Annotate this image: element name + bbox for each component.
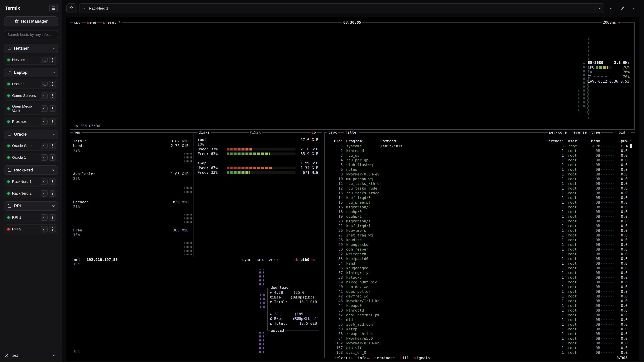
host-manager-button[interactable]: Host Manager — [4, 16, 58, 26]
col-user[interactable]: User: — [564, 139, 582, 143]
proc-row[interactable]: 167ata_sff1root0B0.0 — [327, 346, 632, 350]
proc-row[interactable]: 39blkcg_punt_bio1root0B0.0 — [327, 280, 632, 285]
proc-row[interactable]: 162kworker/0:1H-kbl1root0B0.0 — [327, 341, 632, 346]
group-header[interactable]: RPI — [4, 201, 58, 211]
proc-row[interactable]: 32writeback1root0B0.0 — [327, 252, 632, 256]
net-interface-selector[interactable]: ‹b eth0 n› — [293, 257, 317, 262]
group-header[interactable]: Oracle — [4, 130, 58, 139]
host-terminal-button[interactable]: >_ — [40, 214, 48, 221]
host-terminal-button[interactable]: >_ — [40, 154, 48, 161]
proc-row[interactable]: 19cpuhp/11root0B0.0 — [327, 214, 632, 219]
sort-selector[interactable]: ‹ pid › — [613, 130, 630, 135]
sort-next-button[interactable]: › — [628, 130, 630, 134]
host-menu-button[interactable] — [49, 143, 56, 149]
tab-close-button[interactable]: × — [598, 6, 601, 10]
menu-button[interactable]: menu — [86, 20, 97, 25]
host-menu-button[interactable] — [49, 190, 56, 197]
proc-row[interactable]: 5slub_flushwq1root0B0.0 — [327, 163, 632, 167]
sidebar-menu-button[interactable] — [49, 4, 58, 12]
proc-row[interactable]: 33kcompactd01root0B0.0 — [327, 256, 632, 261]
tools-button[interactable] — [618, 4, 627, 12]
proc-row[interactable]: 52acpi_thermal_pm1root0B0.0 — [327, 313, 632, 318]
proc-row[interactable]: 60kstrp1root0B0.0 — [327, 327, 632, 332]
proc-row[interactable]: 38kblockd1root0B0.0 — [327, 275, 632, 280]
host-menu-button[interactable] — [49, 154, 56, 161]
group-header[interactable]: Hetzner — [4, 43, 58, 53]
proc-row[interactable]: 20migration/11root0B0.0 — [327, 219, 632, 224]
proc-row[interactable]: 64kworker/u5:01root0B0.0 — [327, 336, 632, 341]
proc-row[interactable]: 11rcu_tasks_kthrea1root0B0.0 — [327, 181, 632, 186]
host-item[interactable]: Oracle 1 >_ — [4, 153, 58, 162]
host-terminal-button[interactable]: >_ — [40, 92, 48, 99]
filter-button[interactable]: filter — [344, 130, 360, 135]
group-collapse-button[interactable] — [52, 132, 56, 136]
home-button[interactable] — [66, 3, 76, 13]
iface-next-button[interactable]: n› — [312, 258, 316, 262]
host-item[interactable]: Oracle Sam >_ — [4, 141, 58, 151]
col-threads[interactable]: Threads: — [545, 139, 564, 143]
per-core-button[interactable]: per-core — [549, 130, 567, 134]
host-menu-button[interactable] — [49, 214, 56, 221]
proc-row[interactable]: 8kworker/0:0H-eve1root0B0.0 — [327, 172, 632, 177]
proc-row[interactable]: 168scsi_eh_01root0B0.0 — [327, 350, 632, 355]
host-menu-button[interactable] — [49, 105, 56, 112]
col-command[interactable]: Command: — [380, 139, 545, 143]
update-interval[interactable]: 2000ms + — [602, 20, 622, 25]
preset-button[interactable]: preset * — [102, 20, 122, 25]
proc-row[interactable]: 43kworker/1:1H-kbl1root0B0.0 — [327, 299, 632, 303]
proc-row[interactable]: 26kdevtmpfs1root0B0.0 — [327, 228, 632, 233]
proc-row[interactable]: 15rcu_preempt1root0B0.0 — [327, 200, 632, 205]
user-menu[interactable]: test — [4, 353, 48, 358]
host-item[interactable]: RPI 2 >_ — [4, 224, 58, 234]
proc-row[interactable]: 27inet_frag_wq1root0B0.0 — [327, 233, 632, 238]
signals-hint[interactable]: signals — [414, 356, 430, 360]
proc-row[interactable]: 3rcu_gp1root0B0.0 — [327, 153, 632, 158]
host-item[interactable]: Open Media Vault >_ — [4, 103, 58, 115]
host-menu-button[interactable] — [49, 178, 56, 185]
proc-row[interactable]: 1systemd/sbin/init1root9.2M0.4 — [327, 144, 632, 148]
reverse-button[interactable]: reverse — [571, 130, 587, 134]
proc-row[interactable]: 14ksoftirqd/01root0B0.0 — [327, 195, 632, 200]
proc-row[interactable]: 63zswap-shrink1root0B0.0 — [327, 332, 632, 336]
proc-row[interactable]: 36khugepaged1root0B0.0 — [327, 266, 632, 271]
host-terminal-button[interactable]: >_ — [40, 143, 48, 149]
host-item[interactable]: RPI 1 >_ — [4, 213, 58, 222]
collapse-button[interactable] — [630, 4, 638, 12]
host-terminal-button[interactable]: >_ — [40, 226, 48, 232]
group-collapse-button[interactable] — [52, 46, 56, 50]
col-pid[interactable]: Pid: — [327, 139, 343, 143]
col-memb[interactable]: MemB — [582, 139, 600, 143]
proc-row[interactable]: 30oom_reaper1root0B0.0 — [327, 247, 632, 252]
terminate-hint[interactable]: terminate — [374, 356, 394, 360]
host-item[interactable]: Proxmox >_ — [4, 117, 58, 126]
host-terminal-button[interactable]: >_ — [40, 105, 48, 112]
proc-row[interactable]: 29khungtaskd1root0B0.0 — [327, 242, 632, 247]
group-collapse-button[interactable] — [52, 70, 56, 74]
host-terminal-button[interactable]: >_ — [40, 190, 48, 197]
proc-row[interactable]: 54mld1root0B0.0 — [327, 318, 632, 322]
group-collapse-button[interactable] — [52, 204, 56, 208]
host-item[interactable]: RackNerd 2 >_ — [4, 189, 58, 198]
group-header[interactable]: RackNerd — [4, 165, 58, 175]
host-menu-button[interactable] — [49, 92, 56, 99]
host-terminal-button[interactable]: >_ — [40, 118, 48, 125]
sort-prev-button[interactable]: ‹ — [614, 130, 616, 134]
proc-row[interactable]: 50kthrotld1root0B0.0 — [327, 308, 632, 313]
kill-hint[interactable]: kill — [399, 356, 409, 360]
proc-row[interactable]: 4rcu_par_gp1root0B0.0 — [327, 158, 632, 163]
proc-row[interactable]: 12rcu_tasks_rude_k1root0B0.0 — [327, 186, 632, 191]
proc-row[interactable]: 41edac-poller1root0B0.0 — [327, 289, 632, 294]
host-menu-button[interactable] — [49, 57, 56, 63]
proc-row[interactable]: 40tpm_dev_wq1root0B0.0 — [327, 285, 632, 289]
info-hint[interactable]: info↵ — [358, 356, 369, 360]
proc-row[interactable]: 37kintegrityd1root0B0.0 — [327, 271, 632, 275]
proc-row[interactable]: 16migration/01root0B0.0 — [327, 205, 632, 210]
host-item[interactable]: Docker >_ — [4, 79, 58, 89]
tab-dropdown-button[interactable] — [607, 4, 616, 12]
terminal[interactable]: cpu menu preset * 03:30:05 2000ms + E5-2… — [66, 17, 639, 361]
proc-row[interactable]: 42devfreq_wq1root0B0.0 — [327, 294, 632, 299]
user-menu-expand-button[interactable] — [51, 352, 58, 359]
proc-row[interactable]: 6netns1root0B0.0 — [327, 167, 632, 172]
host-terminal-button[interactable]: >_ — [40, 178, 48, 185]
host-item[interactable]: RackNerd 1 >_ — [4, 177, 58, 187]
